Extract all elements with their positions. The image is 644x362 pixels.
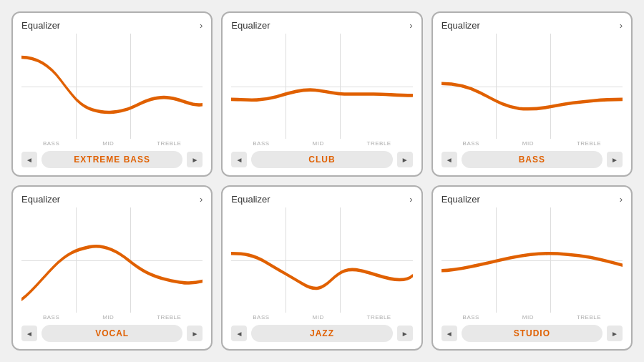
card-bass: Equalizer›BASSMIDTREBLE◄BASS► bbox=[431, 11, 633, 177]
card-footer: ◄EXTREME BASS► bbox=[21, 151, 203, 168]
eq-display-area bbox=[231, 34, 412, 139]
eq-display-area bbox=[441, 207, 623, 313]
eq-display-area bbox=[441, 34, 623, 139]
axis-labels: BASSMIDTREBLE bbox=[441, 140, 623, 147]
card-title: Equalizer bbox=[231, 20, 270, 31]
axis-labels: BASSMIDTREBLE bbox=[231, 314, 412, 321]
axis-label-mid: MID bbox=[522, 314, 534, 321]
axis-label-treble: TREBLE bbox=[577, 140, 601, 147]
eq-display-area bbox=[231, 207, 412, 313]
eq-curve-svg bbox=[441, 34, 623, 139]
card-studio: Equalizer›BASSMIDTREBLE◄STUDIO► bbox=[431, 185, 633, 351]
axis-label-bass: BASS bbox=[253, 140, 269, 147]
eq-display-area bbox=[21, 34, 203, 139]
card-footer: ◄CLUB► bbox=[231, 151, 412, 168]
eq-curve-svg bbox=[21, 34, 203, 139]
card-footer: ◄JAZZ► bbox=[231, 325, 412, 342]
prev-preset-button[interactable]: ◄ bbox=[231, 326, 247, 341]
card-title: Equalizer bbox=[441, 20, 480, 31]
chevron-right-icon[interactable]: › bbox=[200, 194, 203, 205]
eq-curve-svg bbox=[441, 207, 623, 313]
axis-label-mid: MID bbox=[313, 140, 324, 147]
axis-label-bass: BASS bbox=[43, 314, 59, 321]
preset-label: BASS bbox=[462, 151, 602, 168]
card-header: Equalizer› bbox=[231, 20, 412, 31]
axis-label-bass: BASS bbox=[463, 314, 479, 321]
axis-label-mid: MID bbox=[313, 314, 324, 321]
chevron-right-icon[interactable]: › bbox=[409, 194, 412, 205]
card-header: Equalizer› bbox=[441, 194, 623, 205]
axis-label-bass: BASS bbox=[253, 314, 269, 321]
preset-label: STUDIO bbox=[462, 325, 602, 342]
next-preset-button[interactable]: ► bbox=[187, 326, 203, 341]
eq-curve-svg bbox=[21, 207, 203, 313]
chevron-right-icon[interactable]: › bbox=[620, 20, 623, 31]
axis-labels: BASSMIDTREBLE bbox=[441, 314, 623, 321]
preset-label: EXTREME BASS bbox=[42, 151, 182, 168]
preset-label: CLUB bbox=[251, 151, 392, 168]
chevron-right-icon[interactable]: › bbox=[620, 194, 623, 205]
prev-preset-button[interactable]: ◄ bbox=[21, 326, 37, 341]
prev-preset-button[interactable]: ◄ bbox=[441, 152, 457, 167]
card-header: Equalizer› bbox=[21, 20, 203, 31]
axis-labels: BASSMIDTREBLE bbox=[21, 314, 203, 321]
axis-label-treble: TREBLE bbox=[367, 140, 391, 147]
chevron-right-icon[interactable]: › bbox=[200, 20, 203, 31]
axis-label-mid: MID bbox=[522, 140, 534, 147]
card-footer: ◄VOCAL► bbox=[21, 325, 203, 342]
card-title: Equalizer bbox=[21, 20, 60, 31]
card-club: Equalizer›BASSMIDTREBLE◄CLUB► bbox=[221, 11, 422, 177]
card-footer: ◄STUDIO► bbox=[441, 325, 623, 342]
preset-label: JAZZ bbox=[251, 325, 392, 342]
axis-label-bass: BASS bbox=[463, 140, 479, 147]
card-footer: ◄BASS► bbox=[441, 151, 623, 168]
next-preset-button[interactable]: ► bbox=[397, 152, 413, 167]
card-title: Equalizer bbox=[231, 194, 270, 205]
prev-preset-button[interactable]: ◄ bbox=[21, 152, 37, 167]
eq-curve-svg bbox=[231, 207, 412, 313]
eq-display-area bbox=[21, 207, 203, 313]
axis-labels: BASSMIDTREBLE bbox=[21, 140, 203, 147]
preset-label: VOCAL bbox=[42, 325, 182, 342]
card-extreme-bass: Equalizer›BASSMIDTREBLE◄EXTREME BASS► bbox=[11, 11, 213, 177]
next-preset-button[interactable]: ► bbox=[397, 326, 413, 341]
axis-label-mid: MID bbox=[102, 314, 114, 321]
card-title: Equalizer bbox=[441, 194, 480, 205]
axis-label-treble: TREBLE bbox=[577, 314, 601, 321]
axis-labels: BASSMIDTREBLE bbox=[231, 140, 412, 147]
next-preset-button[interactable]: ► bbox=[187, 152, 203, 167]
card-header: Equalizer› bbox=[441, 20, 623, 31]
next-preset-button[interactable]: ► bbox=[607, 326, 623, 341]
axis-label-treble: TREBLE bbox=[157, 140, 181, 147]
prev-preset-button[interactable]: ◄ bbox=[441, 326, 457, 341]
axis-label-mid: MID bbox=[102, 140, 114, 147]
chevron-right-icon[interactable]: › bbox=[409, 20, 412, 31]
prev-preset-button[interactable]: ◄ bbox=[231, 152, 247, 167]
eq-curve-svg bbox=[231, 34, 412, 139]
axis-label-treble: TREBLE bbox=[367, 314, 391, 321]
card-title: Equalizer bbox=[21, 194, 60, 205]
card-vocal: Equalizer›BASSMIDTREBLE◄VOCAL► bbox=[11, 185, 213, 351]
next-preset-button[interactable]: ► bbox=[607, 152, 623, 167]
equalizer-grid: Equalizer›BASSMIDTREBLE◄EXTREME BASS►Equ… bbox=[0, 0, 644, 362]
axis-label-bass: BASS bbox=[43, 140, 59, 147]
axis-label-treble: TREBLE bbox=[157, 314, 181, 321]
card-header: Equalizer› bbox=[21, 194, 203, 205]
card-jazz: Equalizer›BASSMIDTREBLE◄JAZZ► bbox=[221, 185, 422, 351]
card-header: Equalizer› bbox=[231, 194, 412, 205]
